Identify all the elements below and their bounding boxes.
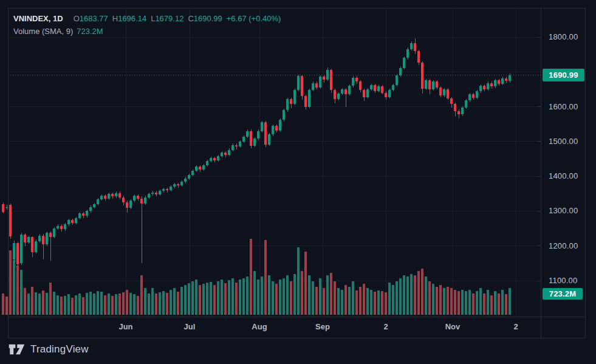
volume-bar	[133, 294, 135, 315]
candle-body	[89, 207, 92, 211]
volume-bar	[447, 287, 449, 315]
tradingview-logo-text: TradingView	[30, 343, 89, 355]
volume-bar	[224, 283, 227, 315]
volume-bar	[253, 271, 256, 315]
candle-body	[315, 83, 318, 88]
price-tick-label: 1300.00	[549, 206, 585, 216]
volume-bar	[498, 294, 500, 315]
volume-bar	[16, 266, 19, 315]
candle-body	[144, 197, 146, 204]
price-tick-label: 1500.00	[549, 137, 585, 146]
low-value: 1679.12	[155, 14, 183, 23]
volume-bar	[396, 281, 398, 315]
candle-body	[162, 189, 165, 191]
change-value: +6.67 (+0.40%)	[227, 14, 281, 23]
symbol-title: VNINDEX, 1D	[13, 14, 63, 23]
candle-body	[195, 167, 197, 171]
candle-body	[396, 75, 398, 85]
candle-body	[283, 110, 285, 120]
candle-body	[111, 194, 114, 197]
volume-bar	[108, 294, 110, 315]
volume-bar	[53, 292, 55, 315]
candle-body	[330, 70, 332, 90]
volume-bar	[472, 294, 474, 315]
candle-body	[5, 207, 8, 208]
volume-bar	[392, 285, 394, 315]
candle-body	[268, 134, 270, 144]
candle-body	[228, 150, 230, 155]
candle-body	[363, 90, 365, 97]
volume-bar	[468, 290, 471, 315]
volume-bar	[312, 281, 314, 315]
candle-body	[457, 111, 460, 115]
volume-bar	[173, 288, 176, 315]
volume-bar	[195, 280, 197, 315]
volume-bar	[370, 290, 372, 315]
volume-bar	[381, 291, 383, 315]
volume-bar	[217, 281, 219, 315]
last-price-badge: 1690.99	[543, 69, 584, 81]
candle-body	[173, 184, 176, 187]
volume-bar	[432, 284, 434, 315]
candle-body	[417, 51, 420, 63]
candle-body	[104, 196, 106, 199]
candle-body	[67, 220, 70, 224]
open-value: 1683.77	[80, 14, 108, 23]
candle-body	[184, 179, 187, 182]
candle-body	[447, 89, 449, 98]
volume-bar	[425, 276, 427, 315]
candle-body	[57, 226, 59, 229]
candle-body	[425, 80, 427, 89]
price-tick-label: 1400.00	[549, 171, 585, 181]
time-axis-label: Aug	[241, 322, 278, 331]
volume-bar	[93, 294, 95, 315]
price-axis[interactable]	[541, 8, 585, 317]
chart-canvas[interactable]	[0, 0, 596, 364]
candle-body	[370, 85, 372, 89]
volume-bar	[148, 294, 150, 315]
tradingview-logo-icon	[9, 343, 25, 356]
candle-body	[261, 122, 263, 131]
open-label: O	[74, 14, 80, 23]
volume-bar	[501, 290, 504, 315]
candle-body	[100, 196, 103, 199]
volume-bar	[46, 293, 48, 315]
volume-bar	[170, 290, 172, 315]
volume-bar	[476, 291, 478, 315]
candle-body	[27, 237, 30, 242]
candle-body	[297, 76, 300, 90]
candle-body	[20, 235, 22, 263]
candle-body	[275, 126, 278, 130]
volume-bar	[111, 296, 114, 315]
time-axis-label: 2	[498, 322, 534, 331]
volume-bar	[42, 290, 44, 315]
volume-bar	[355, 290, 358, 315]
price-tick-label: 1100.00	[549, 276, 585, 286]
volume-bar	[228, 280, 230, 315]
volume-bar	[330, 273, 332, 315]
volume-bar	[126, 290, 128, 315]
volume-bar	[250, 239, 252, 315]
candle-body	[359, 81, 361, 90]
candle-body	[199, 167, 201, 170]
candle-body	[115, 193, 117, 197]
tradingview-logo[interactable]: TradingView	[9, 343, 89, 356]
candle-body	[264, 122, 267, 145]
candle-body	[476, 91, 478, 97]
candle-body	[348, 86, 351, 94]
candle-body	[355, 78, 358, 82]
volume-bar	[82, 297, 84, 315]
candle-body	[374, 85, 376, 91]
candle-body	[454, 104, 456, 111]
volume-bar	[60, 297, 63, 315]
candle-body	[494, 80, 496, 86]
volume-bar	[115, 294, 117, 315]
candle-body	[432, 81, 434, 89]
candle-body	[235, 145, 238, 146]
volume-bar	[206, 283, 208, 315]
time-axis-label: Jul	[171, 322, 208, 331]
candle-body	[319, 77, 321, 87]
candle-body	[301, 76, 303, 96]
volume-bar	[301, 271, 303, 315]
candle-body	[479, 86, 482, 91]
